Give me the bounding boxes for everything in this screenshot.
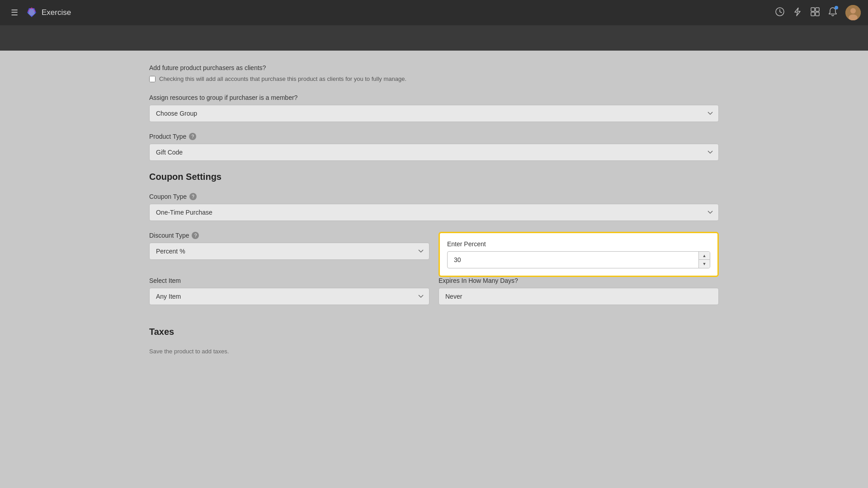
grid-icon[interactable] xyxy=(810,7,820,19)
history-icon[interactable] xyxy=(775,7,785,19)
assign-resources-label: Assign resources to group if purchaser i… xyxy=(149,94,719,101)
future-purchasers-checkbox-group: Checking this will add all accounts that… xyxy=(149,75,719,83)
discount-row: Discount Type ? Percent % Enter Percent xyxy=(149,232,719,277)
svg-point-9 xyxy=(850,8,856,14)
coupon-type-group: Coupon Type ? One-Time Purchase xyxy=(149,193,719,221)
discount-type-group: Discount Type ? Percent % xyxy=(149,232,429,260)
assign-resources-select[interactable]: Choose Group xyxy=(149,105,719,122)
future-purchasers-heading: Add future product purchasers as clients… xyxy=(149,64,719,71)
notification-bell-icon[interactable] xyxy=(828,7,837,19)
svg-rect-6 xyxy=(811,12,815,16)
coupon-type-help-icon[interactable]: ? xyxy=(189,193,197,200)
taxes-section: Taxes Save the product to add taxes. xyxy=(149,327,719,355)
discount-type-help-icon[interactable]: ? xyxy=(192,232,199,239)
lightning-icon[interactable] xyxy=(793,7,802,19)
content-wrapper: Add future product purchasers as clients… xyxy=(149,64,719,355)
spinner-down-button[interactable]: ▼ xyxy=(699,260,710,268)
expires-input[interactable] xyxy=(439,288,719,305)
enter-percent-label: Enter Percent xyxy=(447,240,710,248)
hamburger-icon[interactable]: ☰ xyxy=(7,4,22,21)
user-avatar[interactable] xyxy=(845,5,861,20)
svg-rect-5 xyxy=(816,8,819,11)
enter-percent-input-wrapper: ▲ ▼ xyxy=(447,251,710,268)
product-type-help-icon[interactable]: ? xyxy=(189,133,196,140)
svg-rect-7 xyxy=(816,12,819,16)
expires-label: Expires In How Many Days? xyxy=(439,277,719,284)
discount-type-select[interactable]: Percent % xyxy=(149,243,429,260)
spinner-up-button[interactable]: ▲ xyxy=(699,252,710,260)
notification-dot xyxy=(835,6,838,9)
taxes-note: Save the product to add taxes. xyxy=(149,348,719,355)
product-type-group: Product Type ? Gift Code xyxy=(149,133,719,161)
select-item-group: Select Item Any Item xyxy=(149,277,429,305)
coupon-settings-section: Coupon Settings Coupon Type ? One-Time P… xyxy=(149,172,719,316)
nav-brand: ☰ Exercise xyxy=(7,4,769,21)
nav-icons xyxy=(775,5,861,20)
select-item-label: Select Item xyxy=(149,277,429,284)
select-item-row: Select Item Any Item Expires In How Many… xyxy=(149,277,719,316)
brand-logo xyxy=(25,6,38,19)
future-purchasers-note: Checking this will add all accounts that… xyxy=(159,75,406,83)
coupon-settings-title: Coupon Settings xyxy=(149,172,719,182)
top-nav: ☰ Exercise xyxy=(0,0,868,25)
future-purchasers-group: Add future product purchasers as clients… xyxy=(149,64,719,83)
expires-group: Expires In How Many Days? xyxy=(439,277,719,305)
product-type-label: Product Type ? xyxy=(149,133,719,140)
assign-resources-group: Assign resources to group if purchaser i… xyxy=(149,94,719,122)
enter-percent-panel: Enter Percent ▲ ▼ xyxy=(439,232,719,277)
select-item-select[interactable]: Any Item xyxy=(149,288,429,305)
brand-name: Exercise xyxy=(42,8,71,17)
svg-rect-4 xyxy=(811,8,815,11)
coupon-type-select[interactable]: One-Time Purchase xyxy=(149,204,719,221)
taxes-title: Taxes xyxy=(149,327,719,337)
number-spinners: ▲ ▼ xyxy=(698,252,710,268)
future-purchasers-checkbox[interactable] xyxy=(149,76,156,82)
product-type-select[interactable]: Gift Code xyxy=(149,144,719,161)
discount-type-label: Discount Type ? xyxy=(149,232,429,239)
main-content: Add future product purchasers as clients… xyxy=(0,51,868,488)
enter-percent-input[interactable] xyxy=(448,252,698,268)
coupon-type-label: Coupon Type ? xyxy=(149,193,719,200)
